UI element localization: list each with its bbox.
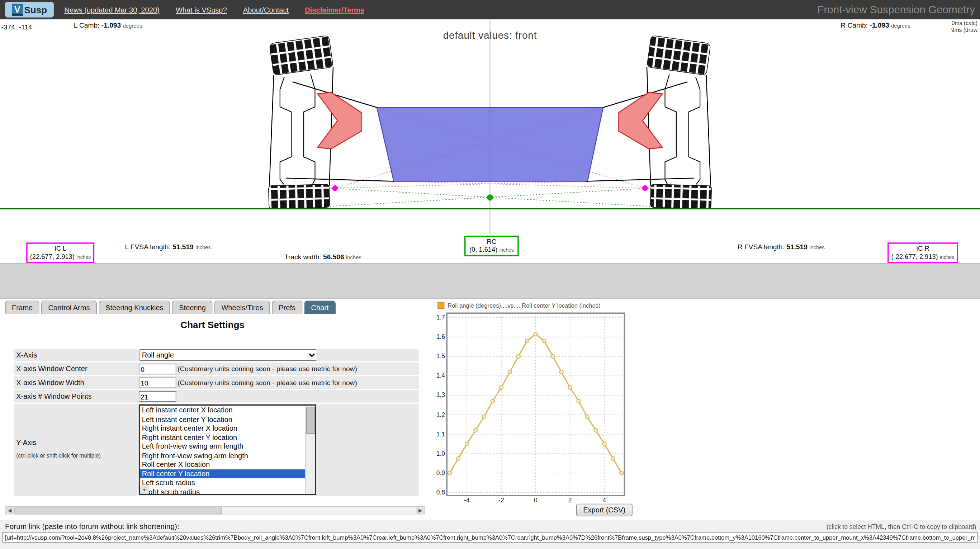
scroll-down-icon[interactable]: ▾	[140, 485, 148, 494]
right-wheel[interactable]	[619, 35, 712, 209]
roll-center-box: RC (0, 1.614) inches	[465, 236, 519, 256]
y-axis-label: Y-Axis	[16, 436, 36, 449]
y-tick-label: 0.9	[429, 469, 445, 476]
forum-link-section: Forum link (paste into forum without lin…	[0, 520, 980, 549]
tab-steering-knuckles[interactable]: Steering Knuckles	[99, 301, 170, 314]
x-tick-label: 2	[564, 497, 576, 504]
tab-chart[interactable]: Chart	[304, 301, 335, 314]
listbox-scrollbar[interactable]	[305, 406, 315, 494]
y-tick-label: 1.7	[429, 314, 445, 321]
forum-link-label: Forum link (paste into forum without lin…	[5, 522, 179, 530]
y-axis-hint: (ctrl-click or shift-click for multiple)	[16, 452, 132, 459]
ic-right-box: IC R (-22.677, 2.913) inches	[888, 242, 958, 263]
control-bar: Left bump: inches Display rear suspensio…	[0, 263, 980, 299]
y-tick-label: 1.0	[429, 450, 445, 457]
y-axis-options: Left instant center X locationLeft insta…	[140, 406, 315, 495]
y-tick-label: 1.3	[429, 391, 445, 398]
x-width-label: X-axis Window Width	[16, 376, 84, 389]
y-tick-label: 1.4	[429, 372, 445, 379]
y-axis-option[interactable]: Roll center Y location	[140, 469, 315, 478]
logo-susp: Susp	[24, 4, 47, 15]
x-points-label: X-axis # Window Points	[16, 390, 92, 403]
x-tick-label: -2	[495, 497, 508, 504]
y-axis-option[interactable]: Left front-view swing arm length	[140, 442, 315, 451]
y-axis-option[interactable]: Right instant center Y location	[140, 433, 315, 442]
right-tire-top-tread	[647, 35, 711, 75]
legend-swatch	[438, 302, 444, 309]
nav-links: News (updated Mar 30, 2020) What is VSus…	[65, 0, 364, 19]
page-title: Front-view Suspension Geometry	[817, 0, 975, 19]
x-axis-row: X-Axis Roll angle	[14, 349, 418, 361]
settings-tab-bar: FrameControl ArmsSteering KnucklesSteeri…	[5, 301, 336, 314]
export-csv-button[interactable]: Export (CSV)	[576, 504, 632, 516]
nav-what-is-link[interactable]: What is VSusp?	[176, 6, 227, 14]
top-bar: V Susp News (updated Mar 30, 2020) What …	[0, 0, 980, 19]
x-tick-label: -4	[461, 497, 473, 504]
y-axis-row: Y-Axis (ctrl-click or shift-click for mu…	[14, 404, 418, 496]
chart-settings-heading: Chart Settings	[5, 320, 420, 330]
vsusp-app: V Susp News (updated Mar 30, 2020) What …	[0, 0, 980, 549]
scrollbar-thumb[interactable]	[306, 407, 315, 434]
y-axis-option[interactable]: Left instant center X location	[140, 406, 315, 415]
x-tick-label: 0	[529, 497, 542, 504]
x-width-input[interactable]	[139, 377, 177, 388]
y-tick-label: 1.1	[429, 430, 445, 437]
tab-control-arms[interactable]: Control Arms	[41, 301, 97, 314]
x-points-row: X-axis # Window Points	[14, 390, 418, 403]
x-width-note: (Customary units coming soon - please us…	[178, 376, 357, 389]
track-width-readout: Track width: 56.506 inches	[284, 253, 361, 261]
y-axis-option[interactable]: Roll center X location	[140, 460, 315, 469]
x-points-input[interactable]	[139, 391, 177, 402]
right-tire-contact-patch	[651, 184, 712, 209]
y-tick-label: 1.6	[429, 333, 445, 340]
x-center-input[interactable]	[139, 364, 177, 374]
forum-link-hint: (click to select HTML, then Ctrl-C to co…	[827, 523, 976, 530]
left-wheel[interactable]	[269, 35, 361, 209]
y-axis-option[interactable]: Right front-view swing arm length	[140, 451, 315, 460]
l-fvsa-readout: L FVSA length: 51.519 inches	[125, 243, 211, 251]
chart-legend: Roll angle (degrees)....vs.... Roll cent…	[438, 302, 600, 309]
scroll-right-icon[interactable]: ▶	[416, 507, 425, 514]
y-axis-option[interactable]: Right instant center X location	[140, 424, 315, 433]
x-tick-label: 4	[598, 497, 611, 504]
y-axis-option[interactable]: Right scrub radius	[140, 487, 315, 495]
instant-center-left-dot[interactable]	[642, 185, 648, 191]
tab-steering[interactable]: Steering	[172, 301, 213, 314]
x-center-note: (Customary units coming soon - please us…	[178, 363, 357, 375]
logo-v: V	[11, 3, 22, 16]
chart-plot-area: 0.80.91.01.11.21.31.41.51.61.7 -4-2024	[446, 312, 625, 496]
x-center-label: X-axis Window Center	[16, 363, 87, 375]
ic-left-box: IC L (22.677, 2.913) inches	[26, 242, 94, 263]
panel-horizontal-scrollbar[interactable]: ◀ ▶	[5, 506, 425, 515]
r-fvsa-readout: R FVSA length: 51.519 inches	[738, 243, 825, 251]
y-axis-listbox[interactable]: Left instant center X locationLeft insta…	[139, 404, 316, 495]
vsusp-logo[interactable]: V Susp	[5, 2, 54, 18]
y-tick-label: 1.5	[429, 352, 445, 359]
tab-frame[interactable]: Frame	[5, 301, 40, 314]
left-tire-top-tread	[269, 35, 333, 75]
y-tick-label: 1.2	[429, 411, 445, 418]
horizontal-scroll-thumb[interactable]	[14, 508, 222, 514]
y-axis-option[interactable]: Left scrub radius	[140, 478, 315, 487]
x-width-row: X-axis Window Width (Customary units com…	[14, 376, 418, 389]
nav-news-link[interactable]: News (updated Mar 30, 2020)	[65, 6, 159, 14]
frame-polygon[interactable]	[377, 108, 603, 181]
x-center-row: X-axis Window Center (Customary units co…	[14, 363, 418, 375]
y-axis-option[interactable]: Left instant center Y location	[140, 415, 315, 423]
x-axis-label: X-Axis	[16, 349, 37, 361]
tab-wheels-tires[interactable]: Wheels/Tires	[215, 301, 270, 314]
x-axis-select[interactable]: Roll angle	[139, 349, 317, 360]
nav-about-link[interactable]: About/Contact	[243, 6, 289, 14]
nav-disclaimer-link[interactable]: Disclaimer/Terms	[305, 6, 364, 14]
roll-center-dot[interactable]	[487, 194, 493, 201]
instant-center-right-dot[interactable]	[332, 185, 338, 191]
legend-text: Roll angle (degrees)....vs.... Roll cent…	[447, 302, 600, 309]
tab-prefs[interactable]: Prefs	[272, 301, 302, 314]
scroll-left-icon[interactable]: ◀	[6, 507, 14, 514]
suspension-diagram-canvas[interactable]	[0, 19, 980, 263]
y-tick-label: 0.8	[429, 489, 445, 496]
forum-url-input[interactable]	[3, 532, 977, 543]
left-tire-contact-patch	[269, 184, 330, 209]
